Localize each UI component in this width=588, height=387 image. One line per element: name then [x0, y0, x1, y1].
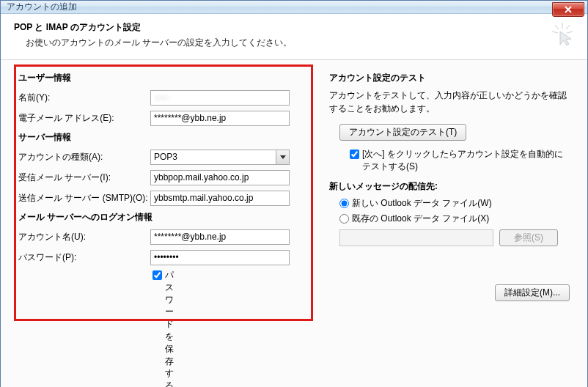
- account-type-combo[interactable]: POP3: [150, 150, 290, 165]
- auto-test-label: [次へ] をクリックしたらアカウント設定を自動的にテストする(S): [362, 148, 570, 173]
- delivery-new-radio[interactable]: [339, 199, 349, 208]
- delivery-existing-radio[interactable]: [339, 214, 349, 224]
- advanced-settings-button[interactable]: 詳細設定(M)...: [495, 284, 570, 301]
- outgoing-label: 送信メール サーバー (SMTP)(O):: [18, 192, 150, 204]
- email-label: 電子メール アドレス(E):: [18, 112, 150, 125]
- account-type-label: アカウントの種類(A):: [18, 151, 150, 163]
- delivery-new-label: 新しい Outlook データ ファイル(W): [352, 197, 492, 210]
- header-area: POP と IMAP のアカウント設定 お使いのアカウントのメール サーバーの設…: [1, 14, 587, 60]
- cursor-icon: [551, 23, 574, 46]
- email-input[interactable]: [150, 111, 290, 126]
- account-name-label: アカウント名(U):: [18, 231, 150, 243]
- test-description: アカウントをテストして、入力内容が正しいかどうかを確認することをお勧めします。: [329, 89, 570, 115]
- userinfo-heading: ユーザー情報: [18, 72, 312, 84]
- account-type-value: POP3: [151, 150, 276, 164]
- svg-line-1: [555, 25, 559, 29]
- close-icon: [564, 6, 573, 13]
- save-password-label: パスワードを保存する(R): [165, 269, 177, 387]
- logon-heading: メール サーバーへのログオン情報: [18, 211, 312, 224]
- delivery-existing-label: 既存の Outlook データ ファイル(X): [352, 213, 489, 225]
- auto-test-checkbox[interactable]: [350, 150, 359, 159]
- chevron-down-icon: [280, 155, 286, 159]
- svg-line-3: [552, 32, 558, 33]
- incoming-label: 受信メール サーバー(I):: [18, 172, 150, 184]
- titlebar: アカウントの追加: [1, 1, 587, 14]
- existing-file-field: [339, 229, 493, 246]
- name-input[interactable]: [150, 90, 290, 106]
- dialog-window: アカウントの追加 POP と IMAP のアカウント設定 お使いのアカウントのメ…: [0, 0, 588, 387]
- save-password-checkbox[interactable]: [152, 270, 162, 280]
- titlebar-title: アカウントの追加: [7, 1, 77, 13]
- name-label: 名前(Y):: [18, 92, 150, 104]
- body-area: ユーザー情報 名前(Y): 電子メール アドレス(E): サーバー情報 アカウン…: [1, 60, 587, 387]
- header-subtitle: お使いのアカウントのメール サーバーの設定を入力してください。: [14, 37, 551, 49]
- right-column: アカウント設定のテスト アカウントをテストして、入力内容が正しいかどうかを確認す…: [329, 67, 570, 387]
- left-column: ユーザー情報 名前(Y): 電子メール アドレス(E): サーバー情報 アカウン…: [18, 67, 312, 387]
- delivery-heading: 新しいメッセージの配信先:: [329, 180, 570, 193]
- svg-line-2: [566, 25, 570, 29]
- password-label: パスワード(P):: [18, 251, 150, 264]
- browse-button[interactable]: 参照(S): [499, 229, 558, 246]
- svg-line-4: [567, 32, 573, 33]
- outgoing-input[interactable]: [150, 191, 290, 206]
- serverinfo-heading: サーバー情報: [18, 131, 312, 144]
- header-text: POP と IMAP のアカウント設定 お使いのアカウントのメール サーバーの設…: [14, 21, 551, 49]
- incoming-input[interactable]: [150, 170, 290, 185]
- test-settings-button[interactable]: アカウント設定のテスト(T): [339, 124, 466, 141]
- test-heading: アカウント設定のテスト: [329, 72, 570, 84]
- password-input[interactable]: [150, 250, 290, 265]
- combo-dropdown-button[interactable]: [276, 150, 289, 164]
- header-title: POP と IMAP のアカウント設定: [14, 21, 551, 34]
- account-name-input[interactable]: [150, 229, 290, 245]
- close-button[interactable]: [552, 2, 584, 17]
